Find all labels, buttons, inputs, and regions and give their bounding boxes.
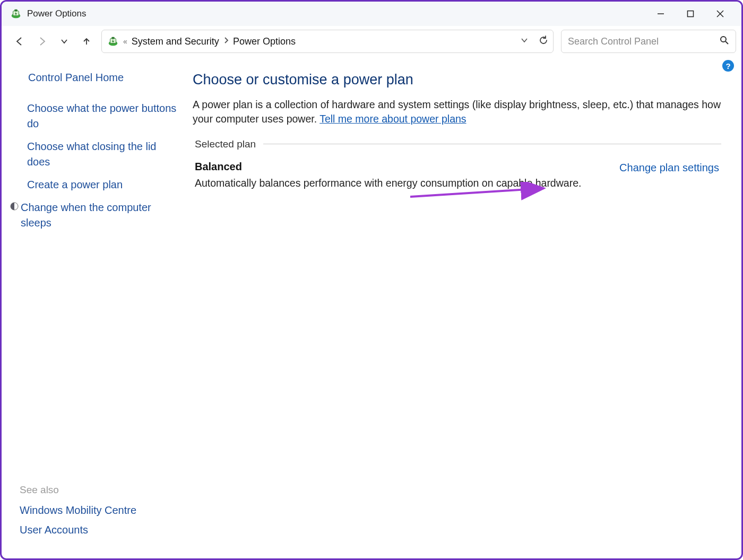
sidebar-item-power-buttons[interactable]: Choose what the power buttons do	[20, 101, 177, 132]
breadcrumb-current[interactable]: Power Options	[233, 36, 296, 47]
forward-button[interactable]	[34, 34, 49, 49]
page-description: A power plan is a collection of hardware…	[193, 98, 721, 127]
see-also-user-accounts[interactable]: User Accounts	[20, 524, 177, 536]
back-button[interactable]	[12, 34, 27, 49]
refresh-button[interactable]	[538, 35, 549, 48]
change-plan-settings-link[interactable]: Change plan settings	[619, 162, 719, 174]
sidebar-item-lid[interactable]: Choose what closing the lid does	[20, 139, 177, 170]
section-header: Selected plan	[193, 138, 721, 150]
sidebar-item-label: Choose what the power buttons do	[27, 101, 177, 132]
sidebar-item-label: Change when the computer sleeps	[21, 200, 177, 231]
maximize-button[interactable]	[676, 4, 705, 24]
bullet-icon	[10, 202, 19, 211]
breadcrumb-overflow-icon[interactable]: «	[123, 37, 127, 46]
plan-row: Balanced Automatically balances performa…	[193, 161, 721, 189]
close-button[interactable]	[705, 4, 735, 24]
window-controls	[646, 4, 735, 24]
sidebar-item-sleep[interactable]: Change when the computer sleeps	[20, 200, 177, 231]
plan-info: Balanced Automatically balances performa…	[195, 161, 581, 189]
sidebar-item-create-plan[interactable]: Create a power plan	[20, 177, 177, 192]
plan-description: Automatically balances performance with …	[195, 177, 581, 189]
search-input[interactable]	[568, 36, 720, 47]
page-title: Choose or customise a power plan	[193, 72, 721, 88]
control-panel-home-link[interactable]: Control Panel Home	[28, 72, 177, 84]
learn-more-link[interactable]: Tell me more about power plans	[319, 113, 466, 125]
section-label: Selected plan	[195, 138, 256, 150]
sidebar-links: Choose what the power buttons do Choose …	[20, 101, 177, 231]
title-bar: Power Options	[2, 2, 741, 26]
recent-locations-button[interactable]	[57, 34, 72, 49]
svg-rect-9	[111, 37, 115, 39]
see-also-title: See also	[20, 484, 177, 496]
see-also-mobility-centre[interactable]: Windows Mobility Centre	[20, 504, 177, 517]
svg-line-11	[725, 41, 728, 44]
plan-name: Balanced	[195, 161, 581, 173]
search-box[interactable]	[561, 30, 736, 53]
svg-rect-4	[688, 11, 694, 17]
breadcrumb-parent[interactable]: System and Security	[132, 36, 219, 47]
up-button[interactable]	[79, 34, 94, 49]
help-icon[interactable]: ?	[722, 60, 734, 72]
search-icon[interactable]	[720, 36, 729, 47]
navigation-row: « System and Security Power Options	[2, 26, 741, 57]
main-content: Choose or customise a power plan A power…	[182, 57, 741, 558]
address-bar[interactable]: « System and Security Power Options	[101, 30, 554, 53]
svg-rect-2	[14, 10, 18, 12]
sidebar: Control Panel Home Choose what the power…	[2, 57, 182, 558]
sidebar-item-label: Create a power plan	[27, 177, 177, 192]
address-dropdown-button[interactable]	[520, 36, 529, 47]
window-title: Power Options	[27, 8, 87, 19]
minimize-button[interactable]	[646, 4, 676, 24]
battery-icon	[10, 8, 22, 20]
chevron-right-icon	[223, 37, 229, 46]
sidebar-item-label: Choose what closing the lid does	[27, 139, 177, 170]
divider	[263, 144, 721, 144]
see-also-section: See also Windows Mobility Centre User Ac…	[20, 484, 177, 549]
svg-point-10	[721, 37, 726, 42]
battery-icon	[107, 36, 119, 47]
content-body: ? Control Panel Home Choose what the pow…	[2, 57, 741, 558]
